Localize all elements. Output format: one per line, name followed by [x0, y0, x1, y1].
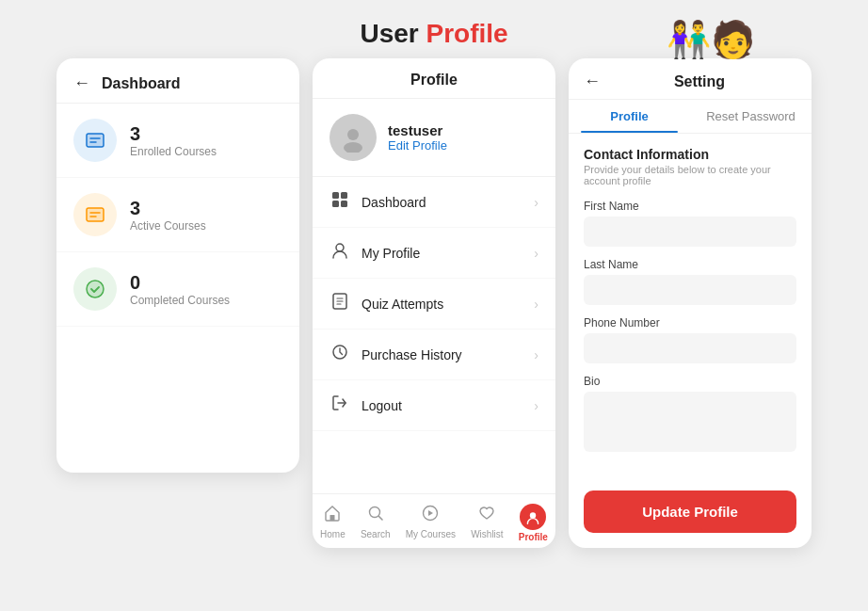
last-name-field: Last Name [584, 258, 796, 305]
active-label: Active Courses [130, 219, 206, 233]
dashboard-panel: ← Dashboard 3 Enrolled Courses [56, 58, 299, 473]
nav-wishlist[interactable]: Wishlist [465, 502, 508, 544]
first-name-input[interactable] [584, 217, 796, 247]
svg-rect-9 [341, 192, 347, 199]
enrolled-icon [73, 119, 117, 162]
svg-point-12 [336, 244, 344, 251]
chevron-right-icon: › [534, 398, 538, 413]
profile-username: testuser [388, 122, 447, 138]
nav-home-label: Home [320, 529, 346, 539]
completed-number: 0 [130, 272, 230, 294]
phone-number-label: Phone Number [584, 316, 796, 330]
enrolled-info: 3 Enrolled Courses [130, 123, 217, 158]
purchase-history-label: Purchase History [362, 347, 462, 362]
completed-info: 0 Completed Courses [130, 272, 230, 307]
svg-rect-11 [341, 201, 347, 207]
nav-wishlist-label: Wishlist [471, 529, 503, 539]
dashboard-menu-icon [330, 190, 350, 214]
avatar [330, 114, 377, 161]
active-number: 3 [130, 198, 206, 219]
menu-logout[interactable]: Logout › [313, 380, 555, 431]
nav-search[interactable]: Search [355, 502, 396, 544]
completed-label: Completed Courses [130, 294, 230, 307]
nav-home[interactable]: Home [314, 502, 351, 544]
chevron-right-icon: › [534, 297, 538, 312]
dashboard-title: Dashboard [102, 75, 181, 92]
menu-my-profile[interactable]: My Profile › [313, 228, 555, 279]
my-profile-icon [330, 241, 350, 265]
first-name-field: First Name [584, 200, 796, 247]
bio-field: Bio [584, 375, 796, 452]
phone-number-input[interactable] [584, 333, 796, 363]
phone-number-field: Phone Number [584, 316, 796, 363]
svg-rect-15 [330, 515, 335, 521]
first-name-label: First Name [584, 200, 796, 213]
active-courses-card[interactable]: 3 Active Courses [56, 178, 299, 252]
nav-my-courses[interactable]: My Courses [400, 502, 461, 544]
my-courses-icon [421, 504, 440, 527]
title-black: User [360, 19, 418, 48]
profile-user-details: testuser Edit Profile [388, 122, 447, 153]
chevron-right-icon: › [534, 347, 538, 362]
nav-my-courses-label: My Courses [406, 529, 456, 539]
panels-container: ← Dashboard 3 Enrolled Courses [0, 58, 868, 548]
menu-purchase-history[interactable]: Purchase History › [313, 330, 555, 380]
dashboard-back-button[interactable]: ← [73, 73, 90, 93]
quiz-attempts-label: Quiz Attempts [362, 297, 443, 312]
team-icon: 👫🧑 [667, 19, 755, 60]
svg-point-16 [369, 507, 379, 518]
completed-icon [73, 267, 117, 311]
contact-info-title: Contact Information [584, 147, 796, 162]
home-icon [323, 504, 342, 527]
contact-info-subtitle: Provide your details below to create you… [584, 164, 796, 186]
enrolled-label: Enrolled Courses [130, 145, 217, 158]
svg-rect-8 [332, 192, 339, 199]
dashboard-header: ← Dashboard [56, 58, 299, 104]
last-name-input[interactable] [584, 275, 796, 305]
edit-profile-link[interactable]: Edit Profile [388, 138, 447, 153]
profile-panel: Profile testuser Edit Profile [313, 58, 555, 548]
setting-title: Setting [621, 73, 778, 90]
title-red: Profile [426, 19, 507, 48]
profile-panel-header: Profile [313, 58, 555, 99]
active-info: 3 Active Courses [130, 198, 206, 233]
completed-courses-card[interactable]: 0 Completed Courses [56, 252, 299, 327]
bio-label: Bio [584, 375, 796, 388]
last-name-label: Last Name [584, 258, 796, 271]
enrolled-courses-card[interactable]: 3 Enrolled Courses [56, 104, 299, 178]
tab-profile[interactable]: Profile [569, 100, 690, 133]
bio-input[interactable] [584, 392, 796, 452]
nav-profile-label: Profile [519, 532, 548, 542]
svg-rect-0 [87, 134, 104, 147]
setting-tabs: Profile Reset Password [569, 100, 812, 134]
enrolled-number: 3 [130, 123, 217, 145]
svg-rect-10 [332, 201, 339, 207]
chevron-right-icon: › [534, 195, 538, 210]
active-icon [73, 193, 117, 236]
logout-label: Logout [362, 398, 402, 413]
menu-quiz-attempts[interactable]: Quiz Attempts › [313, 279, 555, 330]
dashboard-menu-label: Dashboard [362, 195, 426, 210]
bottom-nav: Home Search [313, 493, 555, 548]
purchase-history-icon [330, 343, 350, 366]
svg-point-6 [347, 129, 359, 140]
wishlist-icon [477, 504, 496, 527]
setting-panel: ← Setting Profile Reset Password Contact… [569, 58, 812, 548]
tab-reset-password[interactable]: Reset Password [690, 100, 812, 133]
setting-back-button[interactable]: ← [584, 72, 601, 91]
search-icon [366, 504, 385, 527]
profile-nav-icon [520, 504, 546, 530]
quiz-attempts-icon [330, 292, 350, 315]
setting-header: ← Setting [569, 58, 812, 100]
menu-dashboard[interactable]: Dashboard › [313, 177, 555, 228]
setting-content: Contact Information Provide your details… [569, 134, 812, 483]
nav-search-label: Search [361, 529, 391, 539]
profile-user-info: testuser Edit Profile [313, 99, 555, 177]
update-profile-button[interactable]: Update Profile [584, 490, 796, 533]
logout-icon [330, 394, 350, 417]
svg-point-18 [530, 512, 536, 518]
svg-rect-2 [87, 208, 104, 221]
nav-profile[interactable]: Profile [513, 502, 554, 544]
chevron-right-icon: › [534, 246, 538, 261]
my-profile-label: My Profile [362, 246, 420, 261]
